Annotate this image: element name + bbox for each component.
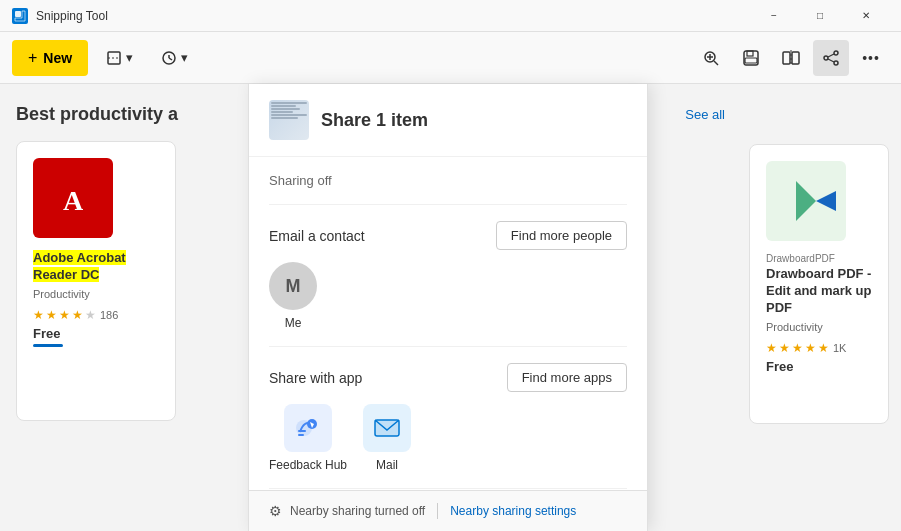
email-section: Email a contact Find more people M Me xyxy=(269,205,627,347)
app-card-category-drawboard: Productivity xyxy=(766,321,872,333)
rating-count-adobe: 186 xyxy=(100,309,118,321)
svg-line-21 xyxy=(828,59,834,62)
section-title: Best productivity a xyxy=(16,104,178,125)
feedback-hub-icon xyxy=(284,404,332,452)
apps-section-label: Share with app xyxy=(269,370,362,386)
save-icon xyxy=(742,49,760,67)
svg-rect-25 xyxy=(298,430,306,432)
app-card-name-adobe: Adobe Acrobat Reader DC xyxy=(33,250,159,284)
new-button[interactable]: + New xyxy=(12,40,88,76)
crop-icon xyxy=(106,50,122,66)
ellipsis-icon: ••• xyxy=(862,50,880,66)
toolbar: + New ▾ ▾ xyxy=(0,32,901,84)
toolbar-actions: ••• xyxy=(693,40,889,76)
star-1: ★ xyxy=(766,341,777,355)
star-2: ★ xyxy=(46,308,57,322)
more-button[interactable]: ••• xyxy=(853,40,889,76)
gear-icon: ⚙ xyxy=(269,503,282,519)
new-label: New xyxy=(43,50,72,66)
history-button[interactable]: ▾ xyxy=(151,40,198,76)
svg-text:A: A xyxy=(63,185,84,216)
share-button[interactable] xyxy=(813,40,849,76)
svg-line-8 xyxy=(714,61,718,65)
svg-rect-26 xyxy=(298,434,304,436)
mirror-icon xyxy=(782,49,800,67)
svg-rect-13 xyxy=(745,58,757,63)
svg-marker-29 xyxy=(796,181,816,221)
share-header: Share 1 item xyxy=(249,84,647,157)
share-body: Sharing off Email a contact Find more pe… xyxy=(249,157,647,490)
star-3: ★ xyxy=(59,308,70,322)
app-card-category-adobe: Productivity xyxy=(33,288,159,300)
plus-icon: + xyxy=(28,49,37,67)
contact-avatar-me: M xyxy=(269,262,317,310)
svg-rect-1 xyxy=(15,11,21,17)
svg-line-6 xyxy=(169,58,172,60)
share-dialog: Share 1 item Sharing off Email a contact… xyxy=(248,84,648,531)
apps-row: Feedback Hub Mail xyxy=(269,404,627,472)
app-price-drawboard: Free xyxy=(766,359,872,374)
drawboard-icon xyxy=(766,161,846,241)
contacts-row: M Me xyxy=(269,262,627,330)
mail-icon xyxy=(363,404,411,452)
app-card-rating-adobe: ★ ★ ★ ★ ★ 186 xyxy=(33,308,159,322)
svg-marker-30 xyxy=(816,191,836,211)
app-title: Snipping Tool xyxy=(36,9,108,23)
zoom-button[interactable] xyxy=(693,40,729,76)
svg-rect-15 xyxy=(792,52,799,64)
contact-item-me[interactable]: M Me xyxy=(269,262,317,330)
save-button[interactable] xyxy=(733,40,769,76)
footer-divider xyxy=(437,503,438,519)
chevron-down-icon: ▾ xyxy=(181,50,188,65)
app-card-drawboard[interactable]: DrawboardPDF Drawboard PDF - Edit and ma… xyxy=(749,144,889,424)
find-more-people-button[interactable]: Find more people xyxy=(496,221,627,250)
drawboard-brand: DrawboardPDF xyxy=(766,253,872,264)
star-2: ★ xyxy=(779,341,790,355)
share-footer: ⚙ Nearby sharing turned off Nearby shari… xyxy=(249,490,647,531)
apps-section-header: Share with app Find more apps xyxy=(269,363,627,392)
app-item-name-feedback-hub: Feedback Hub xyxy=(269,458,347,472)
mode-button[interactable]: ▾ xyxy=(96,40,143,76)
svg-point-18 xyxy=(834,61,838,65)
share-title: Share 1 item xyxy=(321,110,428,131)
window-controls: − □ ✕ xyxy=(751,0,889,32)
chevron-down-icon: ▾ xyxy=(126,50,133,65)
app-card-adobe[interactable]: A Adobe Acrobat Reader DC Productivity ★… xyxy=(16,141,176,421)
share-icon xyxy=(822,49,840,67)
zoom-icon xyxy=(702,49,720,67)
mirror-button[interactable] xyxy=(773,40,809,76)
adobe-icon: A xyxy=(33,158,113,238)
sharing-status: Sharing off xyxy=(269,157,627,205)
app-card-rating-drawboard: ★ ★ ★ ★ ★ 1K xyxy=(766,341,872,355)
svg-point-19 xyxy=(824,56,828,60)
minimize-button[interactable]: − xyxy=(751,0,797,32)
email-section-label: Email a contact xyxy=(269,228,365,244)
star-1: ★ xyxy=(33,308,44,322)
find-more-apps-button[interactable]: Find more apps xyxy=(507,363,627,392)
email-section-header: Email a contact Find more people xyxy=(269,221,627,250)
svg-point-17 xyxy=(834,51,838,55)
app-price-adobe: Free xyxy=(33,326,159,341)
nearby-settings-link[interactable]: Nearby sharing settings xyxy=(450,504,576,518)
contact-name-me: Me xyxy=(285,316,302,330)
app-icon xyxy=(12,8,28,24)
nearby-sharing-status: Nearby sharing turned off xyxy=(290,504,425,518)
see-all-button[interactable]: See all xyxy=(685,107,725,122)
star-3: ★ xyxy=(792,341,803,355)
clock-icon xyxy=(161,50,177,66)
close-button[interactable]: ✕ xyxy=(843,0,889,32)
right-cards-area: DrawboardPDF Drawboard PDF - Edit and ma… xyxy=(741,84,901,531)
app-card-name-drawboard: Drawboard PDF - Edit and mark up PDF xyxy=(766,266,872,317)
svg-rect-14 xyxy=(783,52,790,64)
star-5: ★ xyxy=(85,308,96,322)
apps-section: Share with app Find more apps xyxy=(269,347,627,489)
maximize-button[interactable]: □ xyxy=(797,0,843,32)
app-item-mail[interactable]: Mail xyxy=(363,404,411,472)
star-5: ★ xyxy=(818,341,829,355)
rating-count-drawboard: 1K xyxy=(833,342,846,354)
app-item-feedback-hub[interactable]: Feedback Hub xyxy=(269,404,347,472)
main-area: Best productivity a See all A Adobe Acro… xyxy=(0,84,901,531)
svg-line-20 xyxy=(828,54,834,57)
price-bar-adobe xyxy=(33,344,63,347)
app-item-name-mail: Mail xyxy=(376,458,398,472)
